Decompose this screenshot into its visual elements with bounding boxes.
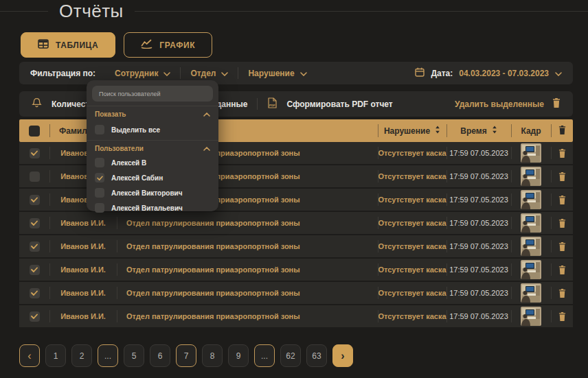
header-time[interactable]: Время [446, 119, 511, 142]
pagination-prev[interactable]: ‹ [19, 344, 40, 367]
show-section-header: Показать [87, 106, 218, 121]
header-delete-cell [551, 119, 573, 142]
user-list-item[interactable]: Алексей Викторович [87, 185, 218, 200]
user-list-item[interactable]: Алексей Сабин [87, 170, 218, 185]
row-violation: Отсутствует каска [378, 189, 446, 211]
row-delete-button[interactable] [558, 312, 566, 321]
pagination-ellipsis[interactable]: ... [98, 344, 118, 367]
row-violation: Отсутствует каска [378, 235, 446, 257]
filter-department-label: Отдел [190, 69, 216, 78]
row-time: 17:59 07.05.2023 [446, 305, 511, 327]
users-section-header: Пользователи [87, 141, 218, 155]
date-filter[interactable]: Дата: 04.03.2023 - 07.03.2023 [415, 67, 562, 79]
user-checkbox[interactable] [95, 158, 104, 167]
row-delete-button[interactable] [558, 242, 566, 251]
user-search-input[interactable] [92, 86, 213, 102]
row-department: Отдел патрулирования приаэропортной зоны [117, 305, 378, 327]
toolbar-separator [257, 98, 258, 110]
user-name: Алексей В [111, 159, 146, 167]
select-all-users-checkbox[interactable] [95, 125, 104, 134]
filter-employee-dropdown[interactable]: Сотрудник [105, 69, 180, 78]
row-department: Отдел патрулирования приаэропортной зоны [117, 282, 378, 304]
frame-thumbnail[interactable] [521, 307, 541, 326]
pagination-page-2[interactable]: 2 [71, 344, 92, 367]
row-delete-button[interactable] [558, 149, 566, 158]
tab-chart-label: ГРАФИК [159, 40, 195, 50]
row-delete-button[interactable] [558, 289, 566, 298]
row-time: 17:59 07.05.2023 [446, 259, 511, 281]
delete-selected-button[interactable]: Удалить выделенные [455, 98, 561, 110]
frame-thumbnail[interactable] [521, 213, 541, 233]
user-list-item[interactable]: Алексей В [87, 155, 218, 170]
row-delete-button[interactable] [558, 265, 566, 274]
calendar-icon [415, 67, 425, 79]
frame-thumbnail[interactable] [521, 167, 541, 186]
employee-filter-panel: Показать Выделить все Пользователи Алекс… [87, 80, 218, 211]
pagination-page-9[interactable]: 9 [228, 344, 249, 367]
row-checkbox[interactable] [30, 265, 40, 275]
pagination-page-1[interactable]: 1 [45, 344, 66, 367]
table-row: Иванов И.И. Отдел патрулирования приаэро… [19, 305, 573, 327]
frame-thumbnail[interactable] [521, 260, 541, 279]
user-checkbox[interactable] [95, 203, 104, 213]
bell-icon [32, 97, 42, 110]
frame-thumbnail[interactable] [521, 143, 541, 163]
pagination-page-8[interactable]: 8 [202, 344, 223, 367]
frame-thumbnail[interactable] [521, 190, 541, 209]
pagination-page-5[interactable]: 5 [124, 344, 144, 367]
users-section-title: Пользователи [95, 145, 144, 152]
row-violation: Отсутствует каска [378, 305, 446, 327]
row-time: 17:59 07.05.2023 [446, 189, 511, 211]
row-name: Иванов И.И. [49, 282, 117, 304]
sort-icon [435, 126, 440, 136]
frame-thumbnail[interactable] [521, 283, 541, 303]
row-violation: Отсутствует каска [378, 142, 446, 164]
pagination-next[interactable]: › [332, 344, 353, 367]
chevron-down-icon [555, 68, 562, 78]
pagination-ellipsis[interactable]: ... [254, 344, 275, 367]
row-delete-button[interactable] [558, 219, 566, 228]
user-checkbox[interactable] [95, 188, 104, 198]
filter-violation-dropdown[interactable]: Нарушение [238, 69, 316, 78]
row-checkbox[interactable] [30, 288, 40, 298]
row-checkbox[interactable] [30, 218, 40, 228]
header-checkbox-cell [19, 119, 49, 142]
user-list-item[interactable]: Алексей Витальевич [87, 200, 218, 215]
row-checkbox[interactable] [30, 148, 40, 158]
view-tabs: ТАБЛИЦА ГРАФИК [21, 32, 212, 58]
header-violation[interactable]: Нарушение [378, 119, 446, 142]
tab-table-label: ТАБЛИЦА [56, 40, 98, 50]
pagination-page-63[interactable]: 63 [306, 344, 327, 367]
row-checkbox[interactable] [30, 311, 40, 322]
tab-table[interactable]: ТАБЛИЦА [21, 32, 115, 58]
row-checkbox[interactable] [30, 172, 40, 182]
row-delete-button[interactable] [558, 172, 566, 181]
chevron-up-icon[interactable] [203, 113, 210, 117]
row-violation: Отсутствует каска [378, 282, 446, 304]
select-all-checkbox[interactable] [29, 126, 40, 137]
show-section-title: Показать [95, 110, 126, 118]
row-name: Иванов И.И. [49, 235, 117, 257]
chevron-up-icon[interactable] [203, 147, 210, 151]
pagination-page-6[interactable]: 6 [150, 344, 170, 367]
chevron-down-icon [221, 69, 228, 78]
pagination-page-7[interactable]: 7 [176, 344, 196, 367]
tab-chart[interactable]: ГРАФИК [124, 32, 212, 58]
row-delete-button[interactable] [558, 196, 566, 204]
user-name: Алексей Сабин [111, 174, 163, 182]
row-time: 17:59 07.05.2023 [446, 142, 511, 164]
trash-icon [552, 98, 561, 110]
chevron-down-icon [163, 69, 170, 78]
table-icon [38, 39, 49, 51]
row-checkbox[interactable] [30, 241, 40, 252]
filter-department-dropdown[interactable]: Отдел [181, 69, 238, 78]
pagination-page-62[interactable]: 62 [280, 344, 301, 367]
user-checkbox[interactable] [95, 173, 104, 182]
trash-icon [558, 126, 566, 137]
frame-thumbnail[interactable] [521, 237, 541, 256]
row-checkbox[interactable] [30, 195, 40, 205]
users-list: Алексей В Алексей Сабин Алексей Викторов… [87, 155, 218, 215]
user-name: Алексей Викторович [111, 189, 183, 197]
table-row: Иванов И.И. Отдел патрулирования приаэро… [19, 235, 573, 257]
generate-pdf-button[interactable]: PDF Сформировать PDF отчет [267, 97, 392, 110]
